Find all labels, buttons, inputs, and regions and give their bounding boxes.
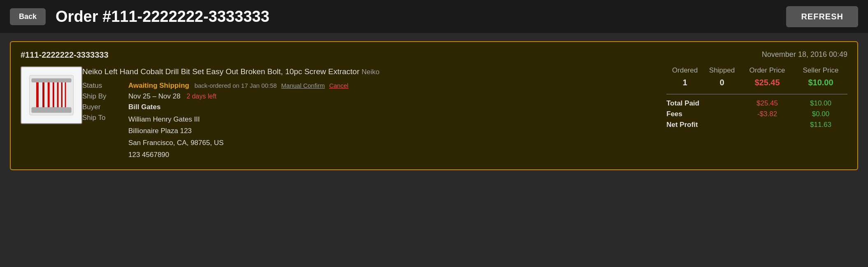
header: Back Order #111-2222222-3333333 REFRESH bbox=[0, 0, 868, 33]
refresh-button[interactable]: REFRESH bbox=[786, 6, 858, 27]
total-paid-order: $25.45 bbox=[740, 99, 794, 108]
total-paid-label: Total Paid bbox=[666, 99, 740, 108]
total-paid-seller: $10.00 bbox=[794, 99, 847, 108]
status-awaiting: Awaiting Shipping bbox=[128, 82, 189, 89]
order-price-value: $25.45 bbox=[740, 78, 794, 87]
status-note: back-ordered on 17 Jan 00:58 bbox=[195, 82, 277, 89]
detail-grid: Status Awaiting Shipping back-ordered on… bbox=[82, 82, 658, 162]
ship-by-value: Nov 25 – Nov 28 2 days left bbox=[128, 92, 658, 101]
order-card: #111-2222222-3333333 November 18, 2016 0… bbox=[10, 41, 858, 170]
ordered-value: 1 bbox=[666, 78, 703, 87]
buyer-label: Buyer bbox=[82, 103, 123, 111]
order-date: November 18, 2016 00:49 bbox=[762, 50, 847, 59]
stats-values: 1 0 $25.45 $10.00 bbox=[666, 78, 847, 87]
fees-label: Fees bbox=[666, 110, 740, 118]
order-number: #111-2222222-3333333 bbox=[21, 50, 109, 60]
ship-to-line3: San Francisco, CA, 98765, US bbox=[128, 137, 658, 149]
main-content: #111-2222222-3333333 November 18, 2016 0… bbox=[0, 33, 868, 178]
shipped-header: Shipped bbox=[703, 66, 740, 75]
cancel-link[interactable]: Cancel bbox=[329, 82, 348, 89]
seller-price-header: Seller Price bbox=[794, 66, 847, 75]
svg-rect-9 bbox=[31, 107, 71, 113]
ordered-header: Ordered bbox=[666, 66, 703, 75]
status-label: Status bbox=[82, 82, 123, 90]
shipped-value: 0 bbox=[703, 78, 740, 87]
page-title: Order #111-2222222-3333333 bbox=[56, 8, 776, 26]
svg-rect-10 bbox=[31, 78, 71, 82]
ship-by-label: Ship By bbox=[82, 92, 123, 101]
net-profit-label: Net Profit bbox=[666, 121, 740, 129]
back-button[interactable]: Back bbox=[10, 8, 46, 25]
manual-confirm-link[interactable]: Manual Confirm bbox=[281, 82, 325, 89]
status-value: Awaiting Shipping back-ordered on 17 Jan… bbox=[128, 82, 658, 90]
fees-order: -$3.82 bbox=[740, 110, 794, 118]
product-image bbox=[21, 66, 82, 124]
buyer-value: Bill Gates bbox=[128, 103, 658, 111]
order-price-header: Order Price bbox=[740, 66, 794, 75]
net-profit-order bbox=[740, 121, 794, 129]
fees-seller: $0.00 bbox=[794, 110, 847, 118]
totals-section: Total Paid $25.45 $10.00 Fees -$3.82 $0.… bbox=[666, 94, 847, 129]
ship-to-name: William Henry Gates III bbox=[128, 114, 658, 126]
product-title: Neiko Left Hand Cobalt Drill Bit Set Eas… bbox=[82, 66, 658, 77]
right-panel: Ordered Shipped Order Price Seller Price… bbox=[658, 66, 847, 129]
ship-to-phone: 123 4567890 bbox=[128, 149, 658, 161]
net-profit-seller: $11.63 bbox=[794, 121, 847, 129]
days-left: 2 days left bbox=[186, 93, 216, 100]
seller-price-value: $10.00 bbox=[794, 78, 847, 87]
item-row: Neiko Left Hand Cobalt Drill Bit Set Eas… bbox=[21, 66, 847, 161]
ship-to-line2: Billionaire Plaza 123 bbox=[128, 125, 658, 137]
ship-to-label: Ship To bbox=[82, 114, 123, 162]
card-top-row: #111-2222222-3333333 November 18, 2016 0… bbox=[21, 50, 847, 60]
ship-to-value: William Henry Gates III Billionaire Plaz… bbox=[128, 114, 658, 162]
item-details: Neiko Left Hand Cobalt Drill Bit Set Eas… bbox=[82, 66, 658, 161]
stats-header: Ordered Shipped Order Price Seller Price bbox=[666, 66, 847, 75]
product-brand: Neiko bbox=[362, 68, 379, 76]
